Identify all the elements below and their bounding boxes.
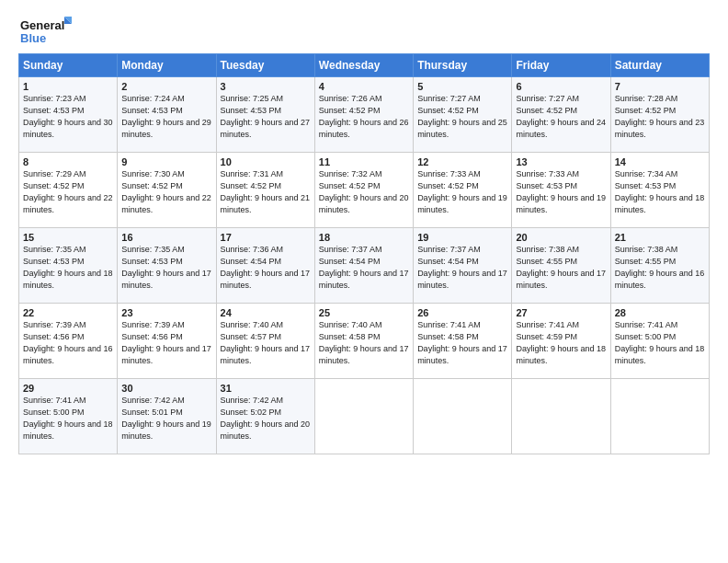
day-info: Sunrise: 7:30 AM Sunset: 4:52 PM Dayligh…	[121, 168, 211, 216]
day-info: Sunrise: 7:40 AM Sunset: 4:57 PM Dayligh…	[221, 319, 311, 367]
day-cell-11: 11 Sunrise: 7:32 AM Sunset: 4:52 PM Dayl…	[314, 153, 413, 228]
sunset: Sunset: 4:53 PM	[516, 181, 577, 190]
daylight: Daylight: 9 hours and 21 minutes.	[221, 193, 311, 214]
sunrise: Sunrise: 7:25 AM	[221, 94, 284, 103]
day-header-thursday: Thursday	[414, 54, 512, 77]
day-cell-12: 12 Sunrise: 7:33 AM Sunset: 4:52 PM Dayl…	[414, 153, 512, 228]
sunset: Sunset: 4:53 PM	[121, 106, 183, 115]
sunset: Sunset: 4:53 PM	[121, 257, 183, 266]
sunset: Sunset: 4:52 PM	[221, 181, 282, 190]
day-header-wednesday: Wednesday	[314, 54, 413, 77]
daylight: Daylight: 9 hours and 17 minutes.	[417, 344, 507, 365]
calendar-page: General Blue SundayMondayTuesdayWednesda…	[0, 0, 728, 563]
daylight: Daylight: 9 hours and 19 minutes.	[121, 419, 211, 441]
day-cell-14: 14 Sunrise: 7:34 AM Sunset: 4:53 PM Dayl…	[610, 153, 709, 228]
empty-cell	[314, 379, 413, 454]
header: General Blue	[18, 15, 710, 48]
sunrise: Sunrise: 7:41 AM	[516, 320, 579, 329]
day-info: Sunrise: 7:37 AM Sunset: 4:54 PM Dayligh…	[417, 244, 507, 292]
daylight: Daylight: 9 hours and 18 minutes.	[615, 344, 705, 365]
daylight: Daylight: 9 hours and 17 minutes.	[221, 269, 311, 290]
day-info: Sunrise: 7:38 AM Sunset: 4:55 PM Dayligh…	[615, 244, 705, 292]
day-number: 8	[23, 156, 113, 167]
day-number: 13	[516, 156, 606, 167]
daylight: Daylight: 9 hours and 20 minutes.	[221, 419, 311, 441]
day-header-friday: Friday	[512, 54, 610, 77]
sunrise: Sunrise: 7:35 AM	[121, 245, 185, 254]
day-info: Sunrise: 7:39 AM Sunset: 4:56 PM Dayligh…	[23, 319, 113, 367]
sunrise: Sunrise: 7:24 AM	[121, 94, 185, 103]
day-cell-22: 22 Sunrise: 7:39 AM Sunset: 4:56 PM Dayl…	[19, 304, 118, 379]
day-info: Sunrise: 7:36 AM Sunset: 4:54 PM Dayligh…	[221, 244, 311, 292]
daylight: Daylight: 9 hours and 20 minutes.	[319, 193, 409, 214]
empty-cell	[610, 379, 709, 454]
day-number: 19	[417, 232, 507, 243]
daylight: Daylight: 9 hours and 23 minutes.	[615, 118, 705, 139]
day-header-monday: Monday	[118, 54, 216, 77]
sunrise: Sunrise: 7:40 AM	[221, 320, 284, 329]
daylight: Daylight: 9 hours and 26 minutes.	[319, 118, 409, 139]
daylight: Daylight: 9 hours and 18 minutes.	[23, 269, 113, 290]
day-cell-2: 2 Sunrise: 7:24 AM Sunset: 4:53 PM Dayli…	[118, 77, 216, 153]
sunrise: Sunrise: 7:29 AM	[23, 169, 86, 178]
day-number: 25	[319, 307, 409, 318]
sunrise: Sunrise: 7:36 AM	[221, 245, 284, 254]
day-info: Sunrise: 7:37 AM Sunset: 4:54 PM Dayligh…	[319, 244, 409, 292]
daylight: Daylight: 9 hours and 25 minutes.	[417, 118, 507, 139]
sunrise: Sunrise: 7:37 AM	[319, 245, 382, 254]
sunset: Sunset: 5:02 PM	[221, 408, 282, 417]
day-number: 31	[221, 383, 311, 394]
day-cell-7: 7 Sunrise: 7:28 AM Sunset: 4:52 PM Dayli…	[610, 77, 709, 153]
day-cell-6: 6 Sunrise: 7:27 AM Sunset: 4:52 PM Dayli…	[512, 77, 610, 153]
day-number: 24	[221, 307, 311, 318]
day-info: Sunrise: 7:39 AM Sunset: 4:56 PM Dayligh…	[121, 319, 211, 367]
calendar-week-4: 22 Sunrise: 7:39 AM Sunset: 4:56 PM Dayl…	[19, 304, 710, 379]
daylight: Daylight: 9 hours and 17 minutes.	[319, 344, 409, 365]
calendar-week-5: 29 Sunrise: 7:41 AM Sunset: 5:00 PM Dayl…	[19, 379, 710, 454]
sunset: Sunset: 4:52 PM	[319, 106, 381, 115]
day-header-tuesday: Tuesday	[216, 54, 314, 77]
sunrise: Sunrise: 7:40 AM	[319, 320, 382, 329]
day-number: 9	[121, 156, 211, 167]
sunrise: Sunrise: 7:23 AM	[23, 94, 86, 103]
calendar-table: SundayMondayTuesdayWednesdayThursdayFrid…	[18, 53, 710, 454]
day-info: Sunrise: 7:26 AM Sunset: 4:52 PM Dayligh…	[319, 93, 409, 141]
day-cell-3: 3 Sunrise: 7:25 AM Sunset: 4:53 PM Dayli…	[216, 77, 314, 153]
sunset: Sunset: 4:57 PM	[221, 332, 282, 341]
day-info: Sunrise: 7:41 AM Sunset: 4:59 PM Dayligh…	[516, 319, 606, 367]
day-number: 4	[319, 81, 409, 92]
day-cell-31: 31 Sunrise: 7:42 AM Sunset: 5:02 PM Dayl…	[216, 379, 314, 454]
sunset: Sunset: 4:56 PM	[23, 332, 85, 341]
calendar-week-1: 1 Sunrise: 7:23 AM Sunset: 4:53 PM Dayli…	[19, 77, 710, 153]
day-header-sunday: Sunday	[19, 54, 118, 77]
sunset: Sunset: 4:56 PM	[121, 332, 183, 341]
sunset: Sunset: 4:54 PM	[221, 257, 282, 266]
day-number: 21	[615, 232, 705, 243]
sunset: Sunset: 4:55 PM	[516, 257, 577, 266]
day-info: Sunrise: 7:41 AM Sunset: 5:00 PM Dayligh…	[23, 395, 113, 442]
day-cell-17: 17 Sunrise: 7:36 AM Sunset: 4:54 PM Dayl…	[216, 228, 314, 304]
day-number: 2	[121, 81, 211, 92]
sunset: Sunset: 4:53 PM	[23, 257, 85, 266]
sunrise: Sunrise: 7:35 AM	[23, 245, 86, 254]
day-cell-13: 13 Sunrise: 7:33 AM Sunset: 4:53 PM Dayl…	[512, 153, 610, 228]
day-info: Sunrise: 7:24 AM Sunset: 4:53 PM Dayligh…	[121, 93, 211, 141]
daylight: Daylight: 9 hours and 17 minutes.	[221, 344, 311, 365]
daylight: Daylight: 9 hours and 30 minutes.	[23, 118, 113, 139]
day-info: Sunrise: 7:41 AM Sunset: 4:58 PM Dayligh…	[417, 319, 507, 367]
day-cell-18: 18 Sunrise: 7:37 AM Sunset: 4:54 PM Dayl…	[314, 228, 413, 304]
day-info: Sunrise: 7:35 AM Sunset: 4:53 PM Dayligh…	[23, 244, 113, 292]
days-header-row: SundayMondayTuesdayWednesdayThursdayFrid…	[19, 54, 710, 77]
calendar-week-2: 8 Sunrise: 7:29 AM Sunset: 4:52 PM Dayli…	[19, 153, 710, 228]
day-info: Sunrise: 7:35 AM Sunset: 4:53 PM Dayligh…	[121, 244, 211, 292]
day-info: Sunrise: 7:27 AM Sunset: 4:52 PM Dayligh…	[516, 93, 606, 141]
sunset: Sunset: 4:53 PM	[615, 181, 677, 190]
sunset: Sunset: 5:00 PM	[23, 408, 85, 417]
day-cell-27: 27 Sunrise: 7:41 AM Sunset: 4:59 PM Dayl…	[512, 304, 610, 379]
sunset: Sunset: 5:00 PM	[615, 332, 677, 341]
daylight: Daylight: 9 hours and 16 minutes.	[23, 344, 113, 365]
day-cell-19: 19 Sunrise: 7:37 AM Sunset: 4:54 PM Dayl…	[414, 228, 512, 304]
daylight: Daylight: 9 hours and 17 minutes.	[417, 269, 507, 290]
day-number: 6	[516, 81, 606, 92]
day-info: Sunrise: 7:40 AM Sunset: 4:58 PM Dayligh…	[319, 319, 409, 367]
